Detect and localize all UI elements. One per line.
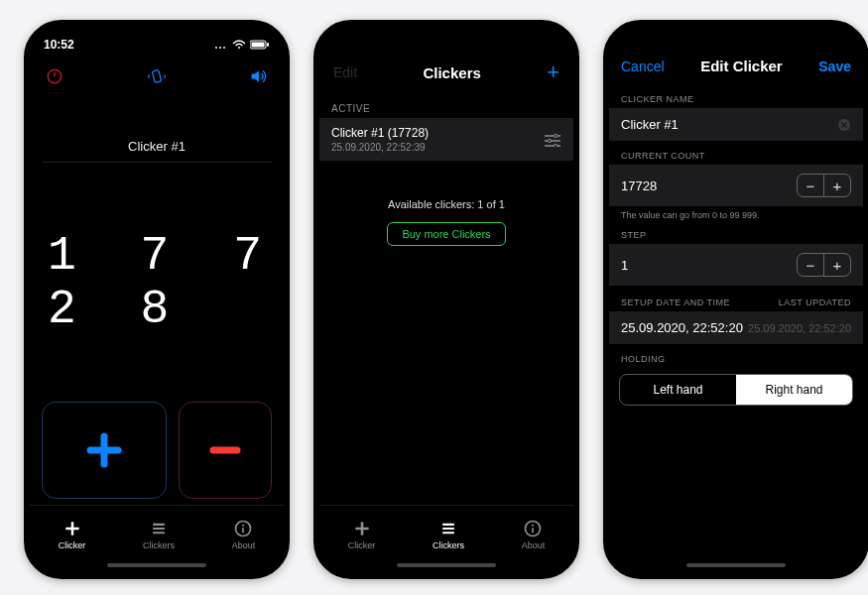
step-field[interactable]: 1 − +	[609, 244, 863, 286]
power-icon	[46, 67, 63, 85]
row-settings-button[interactable]	[544, 133, 561, 147]
list-icon	[438, 519, 458, 538]
cancel-button[interactable]: Cancel	[621, 59, 665, 74]
info-icon	[523, 519, 543, 538]
header-holding: HOLDING	[609, 344, 863, 368]
step-stepper[interactable]: − +	[797, 253, 851, 277]
plus-icon	[84, 430, 124, 470]
count-stepper[interactable]: − +	[797, 174, 851, 197]
wifi-icon	[232, 40, 246, 50]
tab-label: About	[522, 540, 546, 550]
buy-more-button[interactable]: Buy more Clickers	[387, 222, 505, 246]
tab-clicker[interactable]: Clicker	[348, 519, 376, 550]
phone-edit-clicker: Cancel Edit Clicker Save CLICKER NAME Cl…	[603, 20, 868, 579]
clicker-row-subtitle: 25.09.2020, 22:52:39	[331, 142, 429, 153]
list-icon	[149, 519, 169, 538]
count-value: 17728	[621, 178, 657, 193]
header-last-updated: LAST UPDATED	[779, 298, 851, 307]
home-indicator	[107, 563, 206, 567]
sound-button[interactable]	[248, 65, 270, 87]
home-indicator	[397, 563, 496, 567]
count-hint: The value can go from 0 to 99 999.	[609, 206, 863, 220]
phone-clickers-list: Edit Clickers + ACTIVE Clicker #1 (17728…	[313, 20, 579, 579]
tab-label: About	[232, 540, 256, 550]
last-updated-value: 25.09.2020, 22:52:20	[748, 322, 851, 334]
decrement-button[interactable]	[179, 402, 272, 499]
svg-rect-6	[267, 43, 269, 47]
holding-left[interactable]: Left hand	[620, 375, 736, 405]
phone-main-clicker: 10:52 Clicker #1 1 7 7 2 8	[24, 20, 290, 579]
tab-label: Clicker	[348, 540, 376, 550]
count-display: 1 7 7 2 8	[30, 163, 284, 402]
svg-point-2	[223, 47, 225, 49]
stepper-minus[interactable]: −	[798, 175, 823, 196]
clear-name-button[interactable]	[837, 118, 851, 132]
signal-dots-icon	[214, 40, 228, 50]
header-dates: SETUP DATE AND TIME LAST UPDATED	[609, 286, 863, 311]
clicker-row-title: Clicker #1 (17728)	[331, 126, 429, 140]
svg-point-19	[242, 525, 244, 527]
tab-about[interactable]: About	[232, 519, 256, 550]
header-count: CURRENT COUNT	[609, 141, 863, 165]
setup-date-value: 25.09.2020, 22:52:20	[621, 320, 743, 335]
add-button[interactable]: +	[547, 61, 559, 83]
svg-point-26	[554, 144, 557, 147]
clicker-row[interactable]: Clicker #1 (17728) 25.09.2020, 22:52:39	[319, 118, 573, 161]
notch	[387, 26, 506, 48]
page-title: Edit Clicker	[700, 58, 783, 74]
tab-clickers[interactable]: Clickers	[433, 519, 464, 550]
top-toolbar	[30, 58, 284, 87]
clear-icon	[837, 118, 851, 132]
svg-point-24	[548, 139, 551, 142]
nav-bar: Edit Clickers +	[319, 52, 573, 91]
count-field[interactable]: 17728 − +	[609, 165, 863, 206]
status-indicators	[214, 40, 270, 50]
step-value: 1	[621, 258, 628, 273]
plus-tab-icon	[352, 519, 372, 538]
header-setup-date: SETUP DATE AND TIME	[621, 298, 730, 307]
info-icon	[233, 519, 253, 538]
section-header-active: ACTIVE	[319, 91, 573, 118]
edit-button[interactable]: Edit	[333, 64, 357, 80]
clicker-title: Clicker #1	[30, 87, 284, 158]
tab-label: Clickers	[433, 540, 464, 550]
home-indicator	[686, 563, 786, 567]
page-title: Clickers	[423, 64, 480, 81]
svg-point-22	[554, 134, 557, 137]
dates-row: 25.09.2020, 22:52:20 25.09.2020, 22:52:2…	[609, 311, 863, 344]
svg-point-0	[215, 47, 217, 49]
svg-rect-9	[152, 70, 161, 83]
svg-point-1	[219, 47, 221, 49]
stepper-minus[interactable]: −	[798, 254, 823, 276]
tab-clickers[interactable]: Clickers	[143, 519, 175, 550]
name-value: Clicker #1	[621, 117, 679, 132]
status-time: 10:52	[44, 38, 74, 52]
sliders-icon	[544, 133, 561, 147]
svg-point-33	[532, 525, 534, 527]
tab-clicker[interactable]: Clicker	[59, 519, 86, 550]
increment-button[interactable]	[42, 402, 167, 499]
notch	[677, 26, 796, 48]
name-field[interactable]: Clicker #1	[609, 108, 863, 141]
header-step: STEP	[609, 220, 863, 244]
save-button[interactable]: Save	[818, 59, 851, 74]
header-name: CLICKER NAME	[609, 84, 863, 108]
speaker-icon	[249, 67, 269, 85]
status-bar: 10:52	[30, 26, 284, 58]
holding-right[interactable]: Right hand	[736, 375, 852, 405]
svg-rect-5	[252, 43, 265, 48]
tab-label: Clickers	[143, 540, 175, 550]
stepper-plus[interactable]: +	[824, 254, 850, 276]
minus-icon	[208, 430, 242, 470]
count-buttons	[30, 402, 284, 505]
tab-label: Clicker	[59, 540, 86, 550]
holding-segmented[interactable]: Left hand Right hand	[619, 374, 853, 406]
nav-bar: Cancel Edit Clicker Save	[609, 46, 863, 84]
available-count: Available clickers: 1 of 1	[319, 161, 573, 218]
tab-about[interactable]: About	[522, 519, 546, 550]
svg-point-3	[238, 47, 240, 49]
battery-icon	[250, 40, 270, 50]
shake-button[interactable]	[146, 65, 168, 87]
stepper-plus[interactable]: +	[824, 175, 850, 196]
power-button[interactable]	[44, 65, 65, 87]
